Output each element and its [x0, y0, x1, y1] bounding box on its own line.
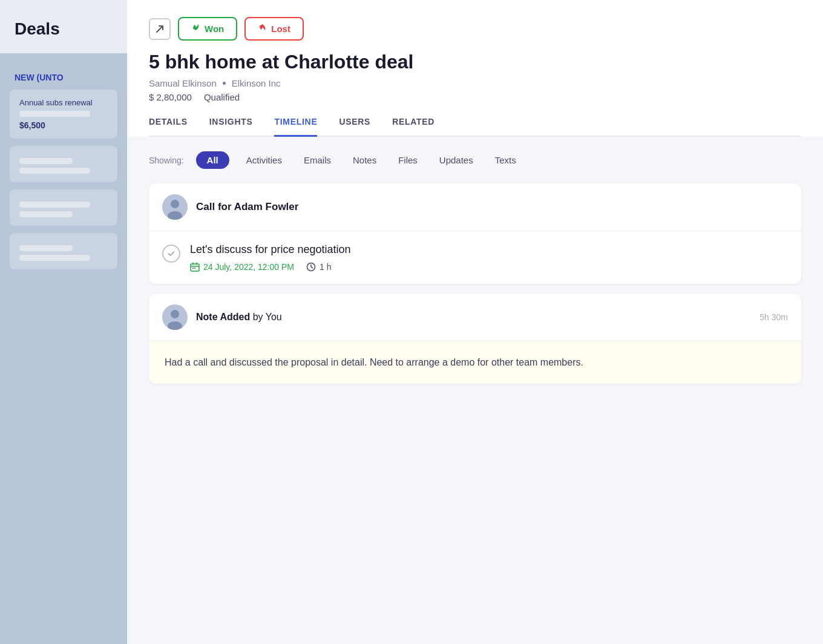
note-prefix: Note Added: [196, 312, 250, 322]
showing-label: Showing:: [149, 156, 184, 165]
svg-rect-5: [194, 268, 195, 269]
sidebar-bar-7: [19, 255, 90, 261]
note-header-text: Note Added by You: [196, 312, 751, 323]
note-card-header: Note Added by You 5h 30m: [149, 294, 801, 341]
deal-title: 5 bhk home at Charlotte deal: [149, 50, 801, 73]
tab-details[interactable]: DETAILS: [149, 117, 188, 137]
note-by: by You: [253, 312, 282, 322]
sidebar-bar-4: [19, 202, 90, 208]
activity-avatar: [162, 194, 188, 220]
sidebar-card-4: [10, 233, 117, 269]
activity-card: Call for Adam Fowler Let's discuss for p…: [149, 183, 801, 284]
won-button[interactable]: Won: [178, 17, 237, 41]
svg-rect-4: [192, 268, 194, 269]
filter-files[interactable]: Files: [393, 153, 422, 168]
filter-emails[interactable]: Emails: [299, 153, 336, 168]
activity-row: Let's discuss for price negotiation: [162, 243, 788, 272]
svg-point-8: [171, 310, 179, 318]
activity-card-title: Call for Adam Fowler: [196, 201, 298, 213]
sidebar-bar-1: [19, 111, 90, 117]
activity-date: 24 July, 2022, 12:00 PM: [190, 262, 294, 272]
note-time: 5h 30m: [759, 312, 788, 322]
filter-notes[interactable]: Notes: [348, 153, 381, 168]
deal-meta: Samual Elkinson Elkinson Inc: [149, 78, 801, 88]
timeline-section: Showing: All Activities Emails Notes Fil…: [127, 137, 823, 644]
note-body: Had a call and discussed the proposal in…: [149, 341, 801, 384]
deal-header: Won Lost 5 bhk home at Charlotte deal Sa…: [127, 0, 823, 137]
sidebar-bar-6: [19, 245, 73, 251]
activity-task-title: Let's discuss for price negotiation: [190, 243, 351, 256]
sidebar: Deals NEW (UNTO Annual subs renewal $6,5…: [0, 0, 127, 644]
activity-meta: 24 July, 2022, 12:00 PM 1 h: [190, 262, 351, 272]
activity-card-header: Call for Adam Fowler: [149, 183, 801, 231]
deal-price: $ 2,80,000 Qualified: [149, 92, 801, 102]
contact-name: Samual Elkinson: [149, 78, 217, 88]
activity-content: Let's discuss for price negotiation: [190, 243, 351, 272]
filter-activities[interactable]: Activities: [241, 153, 287, 168]
tab-timeline[interactable]: TIMELINE: [274, 117, 317, 137]
sidebar-bar-3: [19, 168, 90, 174]
stage-value: Qualified: [204, 92, 240, 102]
note-body-text: Had a call and discussed the proposal in…: [165, 355, 785, 370]
deal-actions: Won Lost: [149, 17, 801, 41]
lost-button[interactable]: Lost: [244, 17, 304, 41]
lost-label: Lost: [271, 24, 290, 34]
sidebar-title: Deals: [0, 0, 127, 53]
filter-all[interactable]: All: [196, 151, 229, 169]
tab-users[interactable]: USERS: [339, 117, 370, 137]
activity-duration: 1 h: [306, 262, 331, 272]
sidebar-bar-5: [19, 211, 73, 217]
price-value: $ 2,80,000: [149, 92, 192, 102]
sidebar-bar-2: [19, 158, 73, 164]
sidebar-section-label: NEW (UNTO: [0, 53, 127, 90]
meta-dot-1: [223, 82, 226, 85]
lost-icon: [258, 23, 267, 34]
activity-duration-text: 1 h: [320, 262, 331, 272]
sidebar-card-1[interactable]: Annual subs renewal $6,500: [10, 90, 117, 139]
sidebar-card-3: [10, 189, 117, 226]
note-avatar: [162, 304, 188, 330]
tab-related[interactable]: RELATED: [392, 117, 434, 137]
company-name: Elkinson Inc: [232, 78, 281, 88]
check-icon: [162, 245, 180, 263]
won-icon: [191, 23, 201, 34]
filter-bar: Showing: All Activities Emails Notes Fil…: [149, 151, 801, 169]
nav-tabs: DETAILS INSIGHTS TIMELINE USERS RELATED: [149, 117, 801, 137]
tab-insights[interactable]: INSIGHTS: [209, 117, 253, 137]
filter-updates[interactable]: Updates: [434, 153, 478, 168]
note-card: Note Added by You 5h 30m Had a call and …: [149, 294, 801, 384]
sidebar-card-2: [10, 146, 117, 182]
filter-texts[interactable]: Texts: [490, 153, 521, 168]
svg-point-1: [171, 200, 179, 208]
external-link-button[interactable]: [149, 18, 171, 40]
activity-date-text: 24 July, 2022, 12:00 PM: [203, 262, 294, 272]
activity-card-body: Let's discuss for price negotiation: [149, 231, 801, 284]
won-label: Won: [205, 24, 224, 34]
sidebar-card-1-title: Annual subs renewal: [19, 98, 108, 107]
sidebar-card-1-amount: $6,500: [19, 120, 108, 130]
main-panel: Won Lost 5 bhk home at Charlotte deal Sa…: [127, 0, 823, 644]
